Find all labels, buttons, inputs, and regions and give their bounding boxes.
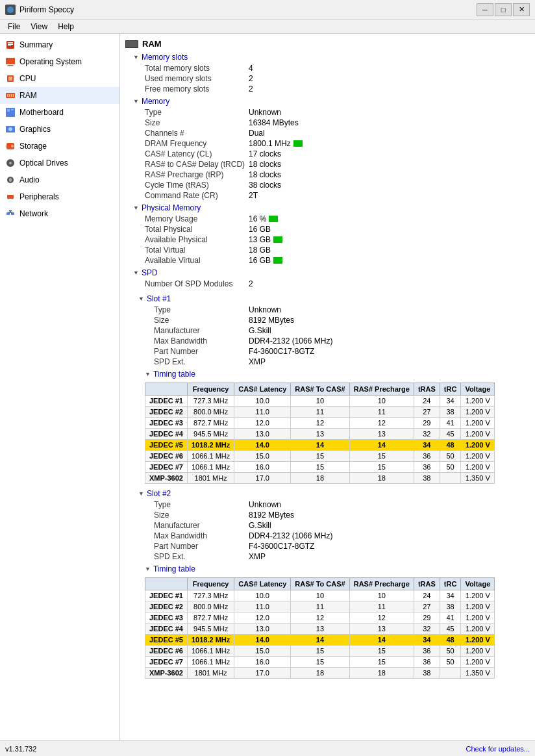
sidebar-item-graphics[interactable]: Graphics [0,121,119,138]
tras-cell: 36 [414,646,440,657]
num-spd-row: Number Of SPD Modules 2 [125,279,530,289]
sidebar-item-cpu[interactable]: CPU [0,70,119,87]
slot2-header[interactable]: Slot #2 [138,489,530,498]
memory-slots-section[interactable]: Memory slots [133,53,530,62]
svg-point-23 [9,162,12,164]
status-bar: v1.31.732 Check for updates... [0,740,535,756]
row-label: JEDEC #7 [145,462,188,473]
col-ras-pre2: RAS# Precharge [349,578,414,590]
spd-section[interactable]: SPD [133,268,530,277]
ras-pre-cell: 14 [349,635,414,646]
svg-rect-16 [7,109,10,112]
timing-toggle-slot2[interactable]: Timing table [145,564,530,573]
tras-cell: 36 [414,657,440,668]
slot1-spd-label: SPD Ext. [125,357,249,366]
row-label: JEDEC #3 [145,612,188,624]
sidebar-item-network[interactable]: Network [0,205,119,222]
col-tras: tRAS [414,383,440,396]
cas-cell: 14.0 [234,440,291,451]
slot1-header[interactable]: Slot #1 [138,294,530,303]
app-icon [5,5,16,15]
sidebar-item-storage[interactable]: Storage [0,138,119,155]
trc-cell: 41 [440,418,461,429]
sidebar-item-motherboard[interactable]: Motherboard [0,104,119,121]
slot1-type-row: Type Unknown [125,305,530,315]
col-header-empty [145,383,188,396]
row-label: JEDEC #1 [145,590,188,601]
row-label: JEDEC #4 [145,429,188,440]
menu-file[interactable]: File [3,21,25,32]
ras-cas-cell: 10 [291,590,349,601]
freq-cell: 872.7 MHz [187,418,234,429]
check-updates-link[interactable]: Check for updates... [466,745,530,753]
total-memory-slots-row: Total memory slots 4 [125,63,530,73]
svg-rect-7 [7,66,14,66]
slot2-spd-value: XMP [249,552,266,561]
mem-cycle-row: Cycle Time (tRAS) 38 clocks [125,180,530,190]
slot2-size-label: Size [125,510,249,520]
svg-rect-12 [9,94,10,97]
sidebar-item-optical-drives[interactable]: Optical Drives [0,155,119,171]
available-virtual-value: 16 GB [249,256,282,265]
mem-ras-pre-value: 18 clocks [249,170,281,179]
row-label: JEDEC #4 [145,624,188,635]
ras-cas-cell: 12 [291,418,349,429]
ras-cas-cell: 15 [291,657,349,668]
ras-cas-cell: 10 [291,396,349,407]
timing-toggle-slot1[interactable]: Timing table [145,370,530,379]
svg-rect-17 [11,109,14,110]
col-tras2: tRAS [414,578,440,590]
row-label: JEDEC #5 [145,635,188,646]
close-button[interactable]: ✕ [513,3,530,16]
total-memory-slots-value: 4 [249,64,253,73]
available-physical-label: Available Physical [125,235,249,244]
col-header-empty2 [145,578,188,590]
tras-cell: 38 [414,668,440,679]
sidebar-label-storage: Storage [19,142,47,151]
table-row: XMP-3602 1801 MHz 17.0 18 18 38 1.350 V [145,473,495,484]
menu-help[interactable]: Help [53,21,79,32]
cas-cell: 10.0 [234,396,291,407]
sidebar-item-peripherals[interactable]: Peripherals [0,188,119,205]
ram-icon [125,40,138,48]
usage-indicator [269,216,278,222]
sidebar-label-operating-system: Operating System [19,57,82,66]
voltage-cell: 1.200 V [461,601,495,612]
sidebar-item-operating-system[interactable]: Operating System [0,53,119,70]
slot1-size-row: Size 8192 MBytes [125,315,530,325]
mem-usage-row: Memory Usage 16 % [125,214,530,224]
sidebar-label-motherboard: Motherboard [19,108,64,117]
tras-cell: 29 [414,612,440,624]
graphics-icon [5,124,16,134]
voltage-cell: 1.200 V [461,440,495,451]
slot1-pn-label: Part Number [125,347,249,356]
free-memory-slots-value: 2 [249,84,253,94]
memory-section[interactable]: Memory [133,97,530,106]
sidebar-item-audio[interactable]: Audio [0,171,119,188]
row-label: JEDEC #6 [145,646,188,657]
slot1-mfr-label: Manufacturer [125,326,249,335]
trc-cell: 50 [440,646,461,657]
table-row: JEDEC #5 1018.2 MHz 14.0 14 14 34 48 1.2… [145,440,495,451]
minimize-button[interactable]: ─ [477,3,493,16]
physical-memory-section[interactable]: Physical Memory [133,203,530,212]
freq-cell: 1066.1 MHz [187,462,234,473]
freq-cell: 800.0 MHz [187,407,234,418]
menu-view[interactable]: View [25,21,53,32]
ras-pre-cell: 10 [349,396,414,407]
tras-cell: 36 [414,462,440,473]
table-row: JEDEC #1 727.3 MHz 10.0 10 10 24 34 1.20… [145,590,495,601]
maximize-button[interactable]: □ [495,3,512,16]
available-virtual-row: Available Virtual 16 GB [125,255,530,266]
total-physical-label: Total Physical [125,225,249,234]
avail-virt-indicator [273,257,282,264]
summary-icon [5,40,16,50]
sidebar-label-peripherals: Peripherals [19,192,59,201]
sidebar-item-summary[interactable]: Summary [0,36,119,53]
freq-cell: 1066.1 MHz [187,451,234,462]
freq-cell: 1801 MHz [187,668,234,679]
col-cas2: CAS# Latency [234,578,291,590]
cas-cell: 17.0 [234,668,291,679]
sidebar-item-ram[interactable]: RAM [0,87,119,104]
cas-cell: 13.0 [234,624,291,635]
